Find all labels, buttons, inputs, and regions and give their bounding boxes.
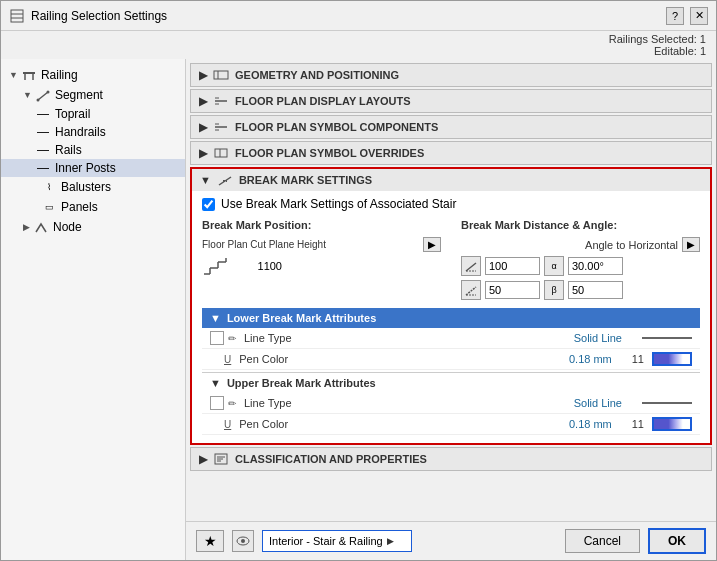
sidebar-item-panels[interactable]: ▭ Panels [1,197,185,217]
upper-color-swatch[interactable] [652,417,692,431]
dialog-window: Railing Selection Settings ? ✕ Railings … [0,0,717,561]
section-classification-label: CLASSIFICATION AND PROPERTIES [235,453,427,465]
angle-section: α β [461,256,700,300]
titlebar: Railing Selection Settings ? ✕ [1,1,716,31]
use-break-mark-checkbox[interactable] [202,198,215,211]
sidebar-item-balusters[interactable]: ⌇ Balusters [1,177,185,197]
stair-diagram-icon [202,256,234,276]
railings-selected-label: Railings Selected: 1 [609,33,706,45]
lower-pen-label: Pen Color [239,353,569,365]
angle-horizontal-label: Angle to Horizontal [585,239,678,251]
upper-attr-section: ▼ Upper Break Mark Attributes ✏ Line Typ… [202,372,700,435]
break-mark-icon [217,173,233,187]
sidebar-inner-posts-label: Inner Posts [55,161,116,175]
sidebar-handrails-label: Handrails [55,125,106,139]
upper-pen-label: Pen Color [239,418,569,430]
section-floor-override[interactable]: ▶ FLOOR PLAN SYMBOL OVERRIDES [190,141,712,165]
eye-button[interactable] [232,530,254,552]
eye-icon [235,535,251,547]
section-floor-symbol[interactable]: ▶ FLOOR PLAN SYMBOL COMPONENTS [190,115,712,139]
angle-icon-beta: β [544,280,564,300]
sidebar-item-inner-posts[interactable]: — Inner Posts [1,159,185,177]
titlebar-controls: ? ✕ [666,7,708,25]
ok-button[interactable]: OK [648,528,706,554]
break-mark-header[interactable]: ▼ BREAK MARK SETTINGS [192,169,710,191]
favorite-button[interactable]: ★ [196,530,224,552]
floor-plan-value: 1100 [242,260,282,272]
distance-input-2[interactable] [485,281,540,299]
angle-input-1[interactable] [568,257,623,275]
fav-icon: ★ [204,533,217,549]
sidebar: ▼ Railing ▼ Segment — Toprail — [1,59,186,560]
classification-icon [213,452,229,466]
sidebar-item-segment[interactable]: ▼ Segment [1,85,185,105]
sidebar-item-toprail[interactable]: — Toprail [1,105,185,123]
angle-input-2[interactable] [568,281,623,299]
svg-rect-17 [215,149,227,157]
svg-point-38 [241,539,245,543]
svg-line-27 [466,263,476,271]
sidebar-rails-label: Rails [55,143,82,157]
sidebar-item-rails[interactable]: — Rails [1,141,185,159]
sidebar-segment-label: Segment [55,88,103,102]
railing-icon [21,67,37,83]
geometry-icon [213,68,229,82]
upper-pen-underline-icon: U [224,419,231,430]
main-content: ▼ Railing ▼ Segment — Toprail — [1,59,716,560]
section-classification[interactable]: ▶ CLASSIFICATION AND PROPERTIES [190,447,712,471]
section-floor-display[interactable]: ▶ FLOOR PLAN DISPLAY LAYOUTS [190,89,712,113]
svg-point-7 [36,99,39,102]
floor-plan-button[interactable]: ▶ [423,237,441,252]
railing-arrow: ▼ [9,70,18,80]
sidebar-toprail-label: Toprail [55,107,90,121]
floor-display-arrow: ▶ [199,95,207,108]
floor-plan-value-row: 1100 [202,256,441,276]
section-floor-display-label: FLOOR PLAN DISPLAY LAYOUTS [235,95,411,107]
node-icon [33,219,49,235]
railing-settings-icon [9,8,25,24]
sidebar-node-label: Node [53,220,82,234]
section-geometry[interactable]: ▶ GEOMETRY AND POSITIONING [190,63,712,87]
floor-override-arrow: ▶ [199,147,207,160]
sidebar-panels-label: Panels [61,200,98,214]
lower-line-type-val: Solid Line [574,332,622,344]
upper-line-type-val: Solid Line [574,397,622,409]
angle-icon-alpha: α [544,256,564,276]
section-floor-display-header: ▶ FLOOR PLAN DISPLAY LAYOUTS [191,90,711,112]
handrails-indent: — [37,125,49,139]
distance-input-1[interactable] [485,257,540,275]
lower-line-type-checkbox[interactable] [210,331,224,345]
help-button[interactable]: ? [666,7,684,25]
lower-attr-header[interactable]: ▼ Lower Break Mark Attributes [202,308,700,328]
upper-pen-color-row: U Pen Color 0.18 mm 11 [202,414,700,435]
lower-attr-arrow: ▼ [210,312,221,324]
sidebar-item-railing[interactable]: ▼ Railing [1,65,185,85]
dialog-title: Railing Selection Settings [31,9,167,23]
section-floor-override-header: ▶ FLOOR PLAN SYMBOL OVERRIDES [191,142,711,164]
upper-line-solid-icon [642,400,692,406]
inner-posts-indent: — [37,161,49,175]
sidebar-item-handrails[interactable]: — Handrails [1,123,185,141]
sidebar-item-node[interactable]: ▶ Node [1,217,185,237]
geometry-arrow: ▶ [199,69,207,82]
angle-row-1: α [461,256,700,276]
sections-area: ▶ GEOMETRY AND POSITIONING ▶ FLOOR PLAN … [186,59,716,521]
titlebar-left: Railing Selection Settings [9,8,167,24]
upper-line-type-checkbox[interactable] [210,396,224,410]
section-floor-symbol-header: ▶ FLOOR PLAN SYMBOL COMPONENTS [191,116,711,138]
cancel-button[interactable]: Cancel [565,529,640,553]
lower-line-type-label: Line Type [244,332,574,344]
lower-line-type-row: ✏ Line Type Solid Line [202,328,700,349]
profile-label: Interior - Stair & Railing [269,535,383,547]
close-button[interactable]: ✕ [690,7,708,25]
profile-dropdown[interactable]: Interior - Stair & Railing ▶ [262,530,412,552]
lower-color-swatch[interactable] [652,352,692,366]
svg-line-29 [466,287,476,295]
lower-pen-val: 0.18 mm [569,353,612,365]
upper-attr-header[interactable]: ▼ Upper Break Mark Attributes [202,372,700,393]
sidebar-balusters-label: Balusters [61,180,111,194]
angle-label-row: Angle to Horizontal ▶ [461,237,700,252]
floor-plan-label: Floor Plan Cut Plane Height [202,239,326,250]
floor-symbol-icon [213,120,229,134]
angle-button[interactable]: ▶ [682,237,700,252]
